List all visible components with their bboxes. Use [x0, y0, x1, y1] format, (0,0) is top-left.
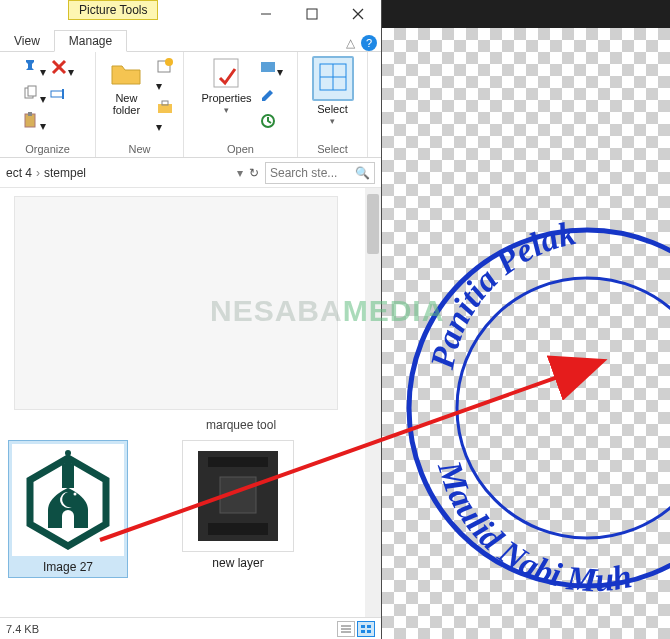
delete-icon[interactable]: ▾ — [50, 58, 74, 79]
new-folder-button[interactable]: New folder — [101, 56, 153, 116]
svg-rect-36 — [361, 630, 365, 633]
svg-rect-28 — [220, 477, 256, 513]
svg-rect-34 — [361, 625, 365, 628]
svg-rect-11 — [62, 89, 64, 99]
new-item-icon[interactable]: ▾ — [156, 58, 178, 93]
group-label-new: New — [128, 141, 150, 155]
ribbon-group-open: Properties ▾ ▾ Open — [184, 52, 298, 157]
file-new-layer[interactable]: new layer — [178, 440, 298, 570]
address-bar: ect 4 › stempel ▾ ↻ Search ste... 🔍 — [0, 158, 381, 188]
search-icon: 🔍 — [355, 166, 370, 180]
svg-point-39 — [457, 278, 670, 538]
tab-manage[interactable]: Manage — [54, 30, 127, 52]
svg-rect-17 — [261, 62, 275, 72]
rename-icon[interactable] — [50, 85, 74, 106]
file-list-area[interactable]: marquee tool Image 27 — [0, 188, 381, 617]
group-label-select: Select — [317, 141, 348, 155]
stamp-graphic: Panitia Pelak Maulid Nabi Muh — [382, 108, 670, 608]
search-placeholder: Search ste... — [270, 166, 351, 180]
file-image-27[interactable]: Image 27 — [8, 440, 128, 578]
breadcrumb-seg-1[interactable]: ect 4 — [6, 166, 32, 180]
svg-rect-24 — [65, 456, 71, 466]
status-bar: 7.4 KB — [0, 617, 381, 639]
file-label-new-layer: new layer — [178, 556, 298, 570]
editor-canvas-pane: Panitia Pelak Maulid Nabi Muh — [382, 0, 670, 639]
ribbon-group-new: New folder ▾ ▾ New — [96, 52, 184, 157]
edit-icon[interactable] — [259, 85, 283, 106]
ribbon: ▾ ▾ ▾ ▾ Organize New folder — [0, 52, 381, 158]
file-explorer-window: Picture Tools View Manage △ ? — [0, 0, 382, 639]
transparency-canvas[interactable]: Panitia Pelak Maulid Nabi Muh — [382, 28, 670, 639]
status-size: 7.4 KB — [6, 623, 39, 635]
editor-titlebar — [382, 0, 670, 28]
svg-rect-7 — [28, 112, 32, 116]
svg-text:Panitia Pelak: Panitia Pelak — [423, 214, 579, 373]
svg-rect-23 — [62, 464, 74, 488]
refresh-icon[interactable]: ↻ — [249, 166, 259, 180]
svg-rect-5 — [28, 86, 36, 96]
breadcrumb[interactable]: ect 4 › stempel — [6, 166, 231, 180]
group-label-open: Open — [227, 141, 254, 155]
group-label-organize: Organize — [25, 141, 70, 155]
titlebar: Picture Tools — [0, 0, 381, 28]
tab-view[interactable]: View — [0, 31, 54, 51]
svg-point-13 — [165, 58, 173, 66]
file-label-marquee: marquee tool — [206, 418, 276, 432]
breadcrumb-seg-2[interactable]: stempel — [44, 166, 86, 180]
file-label-image-27: Image 27 — [12, 560, 124, 574]
svg-point-26 — [74, 493, 77, 496]
ribbon-group-organize: ▾ ▾ ▾ ▾ Organize — [0, 52, 96, 157]
close-button[interactable] — [335, 0, 381, 28]
view-details-button[interactable] — [337, 621, 355, 637]
mosque-icon — [18, 450, 118, 550]
scrollbar[interactable] — [365, 188, 381, 617]
contextual-tab-picture-tools[interactable]: Picture Tools — [68, 0, 158, 20]
preview-placeholder — [14, 196, 338, 410]
ribbon-group-select: Select ▾ Select — [298, 52, 368, 157]
svg-point-38 — [409, 230, 670, 586]
history-icon[interactable] — [259, 112, 283, 133]
search-input[interactable]: Search ste... 🔍 — [265, 162, 375, 184]
svg-point-25 — [65, 450, 71, 456]
properties-button[interactable]: Properties ▾ — [199, 56, 255, 116]
address-dropdown-icon[interactable]: ▾ — [237, 166, 243, 180]
thumbnail-new-layer — [182, 440, 294, 552]
select-button[interactable]: Select ▾ — [305, 56, 361, 127]
svg-rect-1 — [307, 9, 317, 19]
thumbnail-image-27 — [12, 444, 124, 556]
easy-access-icon[interactable]: ▾ — [156, 99, 178, 134]
view-thumbnails-button[interactable] — [357, 621, 375, 637]
help-icon[interactable]: ? — [361, 35, 377, 51]
collapse-ribbon-icon[interactable]: △ — [346, 36, 355, 50]
stamp-text-top: Panitia Pelak — [423, 214, 579, 373]
maximize-button[interactable] — [289, 0, 335, 28]
scrollbar-thumb[interactable] — [367, 194, 379, 254]
chevron-right-icon: › — [36, 166, 40, 180]
ribbon-tabs: View Manage △ ? — [0, 28, 381, 52]
svg-rect-10 — [51, 91, 63, 97]
svg-rect-35 — [367, 625, 371, 628]
minimize-button[interactable] — [243, 0, 289, 28]
svg-rect-29 — [208, 457, 268, 467]
svg-rect-30 — [208, 523, 268, 535]
paste-icon[interactable]: ▾ — [22, 112, 46, 133]
svg-rect-37 — [367, 630, 371, 633]
pin-icon[interactable]: ▾ — [22, 58, 46, 79]
open-icon[interactable]: ▾ — [259, 58, 283, 79]
copy-icon[interactable]: ▾ — [22, 85, 46, 106]
